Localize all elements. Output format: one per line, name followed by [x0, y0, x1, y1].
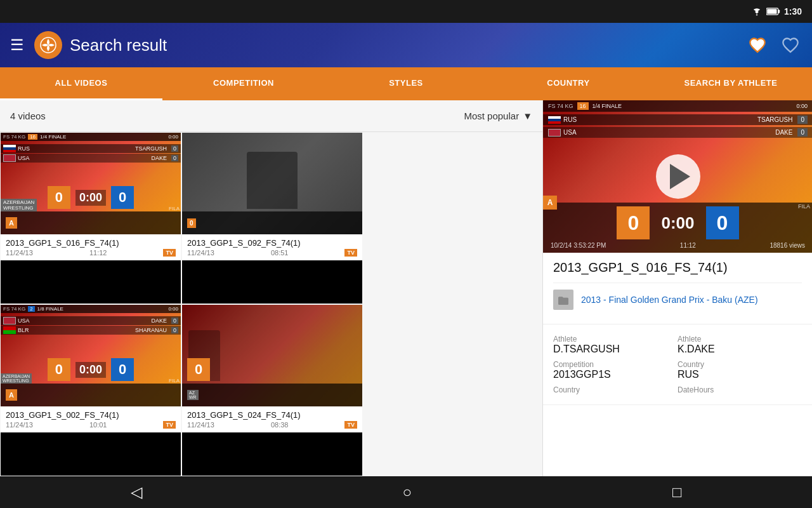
wifi-icon	[751, 7, 763, 16]
menu-button[interactable]: ☰	[10, 36, 24, 54]
status-bar: 1:30	[0, 0, 812, 23]
play-button[interactable]	[656, 154, 700, 199]
competition-value: 2013GGP1S	[553, 369, 678, 380]
score-right: 0	[111, 358, 134, 381]
athlete1-cell: Athlete D.TSARGUSH	[553, 332, 678, 358]
video-thumbnail: FS 74 KG 16 1/4 FINALE 0:00 RUS TSARGUSH…	[1, 133, 181, 234]
score-left: 0	[48, 186, 70, 209]
video-duration: 08:51	[271, 249, 289, 257]
country-cell: Country RUS	[678, 358, 802, 383]
athlete2-label: Athlete	[678, 335, 802, 344]
folder-icon	[553, 290, 573, 310]
score-left: 0	[48, 358, 70, 381]
country2-cell: Country	[553, 383, 678, 397]
list-item[interactable]: 0 AZWR 2013_GGP1_S_024_FS_74(1) 11/24/13…	[182, 305, 362, 476]
recent-button[interactable]: □	[657, 478, 697, 506]
status-icons: 1:30	[751, 6, 802, 17]
tv-badge: TV	[163, 421, 176, 429]
country-label: Country	[678, 360, 802, 369]
header-actions	[746, 34, 802, 57]
competition-label: Competition	[553, 360, 678, 369]
featured-score-right: 0	[706, 206, 739, 239]
athlete2-cell: Athlete K.DAKE	[678, 332, 802, 358]
tab-styles[interactable]: STYLES	[325, 67, 487, 100]
tab-competition[interactable]: COMPETITION	[162, 67, 325, 100]
video-thumbnail: FS 74 KG 2 1/8 FINALE 0:00 USA DAKE 0 BL…	[1, 305, 181, 406]
video-meta: 2013_GGP1_S_016_FS_74(1) 11/24/13 11:12 …	[1, 234, 181, 260]
left-panel: 4 videos Most popular ▼ FS 74 KG 16 1/4 …	[0, 100, 542, 476]
right-panel: FS 74 KG 16 1/4 FINALE 0:00 RUS TSARGUSH…	[542, 100, 812, 476]
video-meta: 2013_GGP1_S_092_FS_74(1) 11/24/13 08:51 …	[182, 234, 362, 260]
logo-icon	[39, 36, 57, 54]
main-content: 4 videos Most popular ▼ FS 74 KG 16 1/4 …	[0, 100, 812, 476]
featured-datetime: 10/2/14 3:53:22 PM	[551, 242, 606, 249]
video-thumbnail: 0 AZWR	[182, 305, 362, 406]
athlete2-value: K.DAKE	[678, 344, 802, 355]
favorites-button[interactable]	[779, 34, 802, 57]
tab-search-by-athlete[interactable]: SEARCH BY ATHLETE	[650, 67, 812, 100]
video-date: 11/24/13	[6, 249, 33, 257]
bottom-nav: ◁ ○ □	[0, 476, 812, 508]
tv-badge: TV	[163, 249, 176, 257]
datehours-cell: DateHours	[678, 383, 802, 397]
video-meta: 2013_GGP1_S_002_FS_74(1) 11/24/13 10:01 …	[1, 406, 181, 432]
score-left: 0	[187, 358, 210, 381]
list-item[interactable]: 0 2013_GGP1_S_092_FS_74(1) 11/24/13 08:5…	[182, 133, 362, 304]
list-item[interactable]: FS 74 KG 2 1/8 FINALE 0:00 USA DAKE 0 BL…	[1, 305, 181, 476]
video-title: 2013_GGP1_S_016_FS_74(1)	[6, 238, 176, 248]
athlete1-label: Athlete	[553, 335, 678, 344]
competition-name: 2013 - Final Golden Grand Prix - Baku (A…	[581, 295, 758, 305]
video-grid: FS 74 KG 16 1/4 FINALE 0:00 RUS TSARGUSH…	[0, 132, 542, 476]
video-thumbnail: 0	[182, 133, 362, 234]
featured-video-player[interactable]: FS 74 KG 16 1/4 FINALE 0:00 RUS TSARGUSH…	[543, 100, 812, 253]
featured-score-left: 0	[617, 206, 650, 239]
country-value: RUS	[678, 369, 802, 380]
athlete-details: Athlete D.TSARGUSH Athlete K.DAKE Compet…	[543, 324, 812, 405]
fila-label: FILA	[798, 203, 810, 210]
datehours-label: DateHours	[678, 385, 802, 394]
score-right: 0	[111, 186, 134, 209]
competition-link[interactable]: 2013 - Final Golden Grand Prix - Baku (A…	[553, 283, 802, 316]
video-title: 2013_GGP1_S_092_FS_74(1)	[187, 238, 357, 248]
favorites-add-button[interactable]	[746, 34, 769, 57]
video-duration: 08:38	[271, 421, 289, 429]
featured-info-panel: 2013_GGP1_S_016_FS_74(1) 2013 - Final Go…	[543, 253, 812, 324]
app-logo	[34, 31, 62, 59]
video-title: 2013_GGP1_S_002_FS_74(1)	[6, 410, 176, 420]
video-count: 4 videos	[10, 110, 46, 121]
featured-views: 18816 views	[769, 242, 805, 249]
tab-all-videos[interactable]: ALL VIDEOS	[0, 67, 162, 100]
tv-badge: TV	[344, 249, 357, 257]
featured-title: 2013_GGP1_S_016_FS_74(1)	[553, 260, 802, 275]
sort-dropdown[interactable]: Most popular ▼	[464, 110, 532, 121]
featured-corner: A	[543, 196, 557, 210]
video-duration: 11:12	[89, 249, 107, 257]
svg-rect-2	[767, 9, 776, 14]
clock: 1:30	[784, 6, 802, 17]
page-title: Search result	[70, 36, 746, 55]
athlete1-value: D.TSARGUSH	[553, 344, 678, 355]
video-date: 11/24/13	[187, 421, 214, 429]
video-meta: 2013_GGP1_S_024_FS_74(1) 11/24/13 08:38 …	[182, 406, 362, 432]
sort-bar: 4 videos Most popular ▼	[0, 100, 542, 132]
timer: 0:00	[75, 362, 106, 378]
featured-duration: 11:12	[680, 242, 696, 249]
video-title: 2013_GGP1_S_024_FS_74(1)	[187, 410, 357, 420]
competition-cell: Competition 2013GGP1S	[553, 358, 678, 383]
home-button[interactable]: ○	[388, 478, 428, 506]
video-duration: 10:01	[89, 421, 107, 429]
tab-bar: ALL VIDEOS COMPETITION STYLES COUNTRY SE…	[0, 67, 812, 100]
battery-icon	[766, 8, 780, 15]
svg-rect-1	[778, 10, 780, 13]
header: ☰ Search result	[0, 23, 812, 67]
tab-country[interactable]: COUNTRY	[487, 67, 650, 100]
timer: 0:00	[75, 190, 106, 206]
video-date: 11/24/13	[187, 249, 214, 257]
country2-label: Country	[553, 385, 678, 394]
back-button[interactable]: ◁	[115, 478, 157, 506]
list-item[interactable]: FS 74 KG 16 1/4 FINALE 0:00 RUS TSARGUSH…	[1, 133, 181, 304]
video-date: 11/24/13	[6, 421, 33, 429]
tv-badge: TV	[344, 421, 357, 429]
featured-timer: 0:00	[656, 213, 699, 233]
